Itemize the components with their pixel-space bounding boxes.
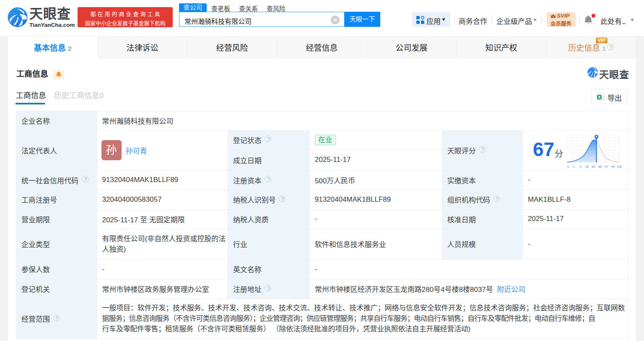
svg-text:3: 3 bbox=[579, 165, 581, 169]
svg-text:85: 85 bbox=[598, 165, 602, 169]
svg-text:97: 97 bbox=[605, 165, 608, 169]
svg-text:1: 1 bbox=[573, 165, 574, 169]
svg-text:100: 100 bbox=[617, 165, 622, 169]
svg-text:0: 0 bbox=[567, 165, 569, 169]
svg-text:15: 15 bbox=[585, 165, 589, 169]
svg-text:99: 99 bbox=[611, 165, 615, 169]
svg-text:50: 50 bbox=[592, 165, 595, 169]
